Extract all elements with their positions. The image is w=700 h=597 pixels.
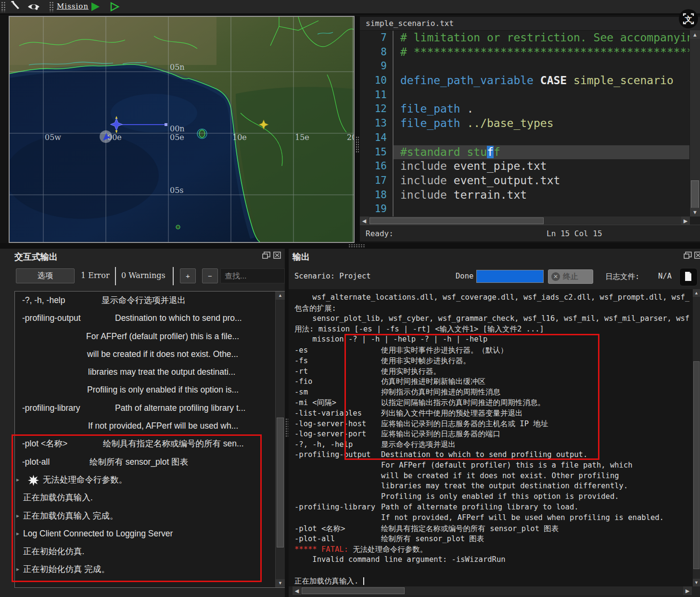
- warning-count[interactable]: 0 Warnings: [121, 271, 165, 280]
- console-vertical-scrollbar[interactable]: ▲ ▼: [693, 289, 700, 586]
- scroll-left-icon[interactable]: ◀: [293, 586, 301, 595]
- float-panel-icon[interactable]: [684, 252, 692, 259]
- mission-menu[interactable]: Mission: [57, 2, 89, 11]
- editor-horizontal-scrollbar[interactable]: ◀ ▶: [360, 216, 690, 225]
- platform-circle-unit[interactable]: [100, 130, 112, 143]
- list-item[interactable]: 正在加载仿真输入.: [15, 489, 284, 507]
- console-horizontal-scrollbar[interactable]: ◀ ▶: [293, 586, 692, 595]
- code-line[interactable]: 17include event_output.txt: [360, 174, 690, 188]
- map-view[interactable]: 05n00n05s05w00e05e10e15e20e: [9, 16, 355, 243]
- scroll-thumb[interactable]: [302, 587, 405, 594]
- code-area[interactable]: 7# limitation or restriction. See accomp…: [360, 30, 690, 216]
- scroll-down-icon[interactable]: ▼: [276, 579, 285, 587]
- console-text-seg: 以指定间隔输出指示仿真时间推进的周期性消息。: [381, 398, 545, 407]
- zoom-in-button[interactable]: +: [180, 268, 196, 283]
- list-item[interactable]: -profiling-libraryPath of alternate prof…: [15, 399, 284, 417]
- splitter-bottom-panels[interactable]: [285, 249, 289, 597]
- list-item[interactable]: will be created if it does not exist. Ot…: [15, 345, 284, 363]
- eye-icon[interactable]: [27, 1, 39, 13]
- scroll-up-icon[interactable]: ▲: [690, 30, 700, 39]
- list-item[interactable]: ▸正在加载仿真输入 完成。: [15, 507, 284, 525]
- list-item[interactable]: For AFPerf (default profiler) this is a …: [15, 328, 284, 345]
- code-line[interactable]: 11: [360, 88, 690, 102]
- splitter-map-editor[interactable]: [355, 16, 360, 243]
- expand-arrow-icon[interactable]: ▸: [16, 525, 19, 543]
- error-count[interactable]: 1 Error: [81, 271, 110, 280]
- code-token: include: [400, 160, 454, 172]
- scroll-right-icon[interactable]: ▶: [683, 586, 692, 595]
- code-line[interactable]: 14: [360, 131, 690, 145]
- close-panel-icon[interactable]: [694, 252, 700, 259]
- list-item[interactable]: If not provided, AFPerf will be used wh.…: [15, 417, 284, 435]
- scroll-up-icon[interactable]: ▲: [693, 289, 700, 297]
- expand-arrow-icon[interactable]: ▸: [16, 560, 19, 578]
- toolbar-grip-handle[interactable]: [49, 1, 54, 12]
- console-text-seg: wsf_alternate_locations.dll, wsf_coverag…: [294, 293, 689, 302]
- scroll-up-icon[interactable]: ▲: [276, 292, 285, 300]
- grid-label: 15e: [295, 133, 309, 142]
- options-button[interactable]: 选项: [16, 268, 75, 283]
- zoom-out-button[interactable]: −: [202, 268, 218, 283]
- toolbar-grip-handle[interactable]: [1, 1, 6, 12]
- editor-vertical-scrollbar[interactable]: ▲ ▼: [689, 30, 700, 216]
- list-item[interactable]: ▸无法处理命令行参数。: [15, 471, 284, 489]
- code-line[interactable]: 18include terrain.txt: [360, 188, 690, 203]
- console-text-seg: 应将输出记录到的日志服务器的端口: [381, 430, 500, 438]
- list-item[interactable]: -plot-all绘制所有 sensor_plot 图表: [15, 453, 284, 471]
- scroll-thumb[interactable]: [693, 361, 700, 569]
- find-input[interactable]: [220, 268, 285, 283]
- scroll-down-icon[interactable]: ▼: [690, 208, 700, 216]
- run-outline-icon[interactable]: [110, 2, 120, 13]
- scroll-thumb[interactable]: [277, 418, 284, 547]
- console-option: -fio: [294, 377, 381, 386]
- code-token: file_path: [400, 102, 467, 115]
- code-line[interactable]: 9: [360, 59, 690, 74]
- code-token: define_path_variable: [400, 74, 540, 87]
- code-token: CASE: [540, 74, 573, 87]
- status-line-col: Ln 15 Col 15: [547, 229, 602, 238]
- code-token: event_pipe.txt: [454, 160, 547, 172]
- code-line[interactable]: 16include event_pipe.txt: [360, 159, 690, 174]
- wrench-icon[interactable]: [9, 1, 21, 13]
- float-panel-icon[interactable]: [262, 252, 270, 259]
- list-item[interactable]: -?, -h, -help显示命令行选项并退出: [15, 292, 284, 309]
- scroll-down-icon[interactable]: ▼: [693, 579, 700, 586]
- log-file-button[interactable]: [679, 268, 698, 286]
- scroll-thumb[interactable]: [369, 217, 544, 224]
- code-line[interactable]: 7# limitation or restriction. See accomp…: [360, 31, 690, 45]
- editor-file-title[interactable]: simple_scenario.txt: [366, 19, 454, 28]
- list-item[interactable]: -plot <名称>绘制具有指定名称或编号的所有 sen...: [15, 435, 284, 453]
- console-output[interactable]: wsf_alternate_locations.dll, wsf_coverag…: [289, 289, 693, 586]
- scroll-thumb[interactable]: [691, 180, 699, 211]
- expand-arrow-icon[interactable]: ▸: [16, 471, 19, 489]
- code-line[interactable]: 12file_path .: [360, 102, 690, 116]
- list-item[interactable]: ▸Log Client Connected to Logging Server: [15, 525, 284, 543]
- code-line[interactable]: 15#standard stuff: [360, 145, 690, 160]
- scroll-left-icon[interactable]: ◀: [360, 216, 369, 225]
- run-icon[interactable]: [91, 2, 100, 11]
- scenario-label: Scenario: Project: [294, 272, 371, 280]
- code-line[interactable]: 10define_path_variable CASE simple_scena…: [360, 74, 690, 88]
- done-label: Done: [456, 272, 473, 280]
- terminate-button[interactable]: ✕ 终止: [548, 269, 593, 284]
- list-item[interactable]: ▸正在初始化仿真 完成。: [15, 560, 284, 578]
- editor-status-bar: Ready: Ln 15 Col 15: [360, 225, 700, 241]
- list-vertical-scrollbar[interactable]: ▲ ▼: [275, 292, 285, 587]
- console-option: -es: [294, 346, 381, 355]
- code-line[interactable]: 13file_path ../base_types: [360, 116, 690, 131]
- list-item[interactable]: Profiling is only enabled if this option…: [15, 381, 284, 399]
- console-line: -profiling-outputDestination to which to…: [294, 450, 691, 461]
- code-token: .: [467, 102, 473, 115]
- list-item[interactable]: 正在初始化仿真.: [15, 543, 284, 560]
- code-line[interactable]: 19: [360, 202, 690, 216]
- code-line[interactable]: 8# *************************************…: [360, 45, 690, 60]
- console-line: -plot <名称>绘制具有指定名称或编号的所有 sensor_plot 图表: [294, 524, 691, 534]
- scroll-right-icon[interactable]: ▶: [681, 216, 690, 225]
- expand-arrow-icon[interactable]: ▸: [16, 507, 19, 525]
- screen-translate-icon[interactable]: 文: [678, 9, 699, 29]
- list-item[interactable]: libraries may treat the output destinati…: [15, 363, 284, 381]
- close-panel-icon[interactable]: [273, 252, 281, 259]
- splitter-horizontal[interactable]: [0, 243, 700, 249]
- console-text-seg: 使用非实时事件步进执行器。（默认）: [381, 346, 508, 355]
- list-item[interactable]: -profiling-outputDestination to which to…: [15, 309, 284, 327]
